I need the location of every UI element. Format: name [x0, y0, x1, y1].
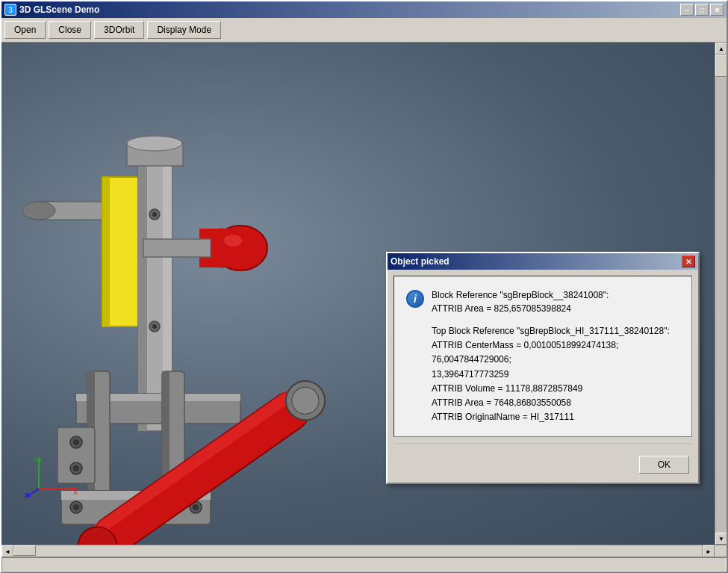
coordinate-axes: X Y Z — [24, 455, 84, 500]
scroll-up-button[interactable]: ▲ — [715, 43, 727, 55]
maximize-button[interactable]: □ — [695, 4, 709, 16]
svg-rect-7 — [138, 147, 147, 431]
toolbar: Open Close 3DOrbit Display Mode — [1, 18, 727, 43]
block-ref-line2: ATTRIB Area = 825,657085398824 — [432, 302, 609, 315]
block-ref-line1: Block Reference "sgBrepBlock__38241008": — [432, 288, 609, 302]
status-panel — [1, 557, 727, 572]
dialog-details: Top Block Reference "sgBrepBlock_HI_3171… — [432, 324, 679, 424]
main-window: 3 3D GLScene Demo ─ □ ✕ Open Close 3DOrb… — [0, 0, 728, 573]
svg-point-42 — [152, 324, 157, 329]
scrollbar-bottom[interactable] — [13, 545, 703, 557]
scroll-down-button[interactable]: ▼ — [715, 533, 727, 545]
svg-text:X: X — [73, 489, 78, 496]
top-block-line2: ATTRIB CenterMass = 0,00100518992474138;… — [432, 338, 679, 367]
scrollbar-corner — [715, 545, 727, 557]
viewport[interactable]: X Y Z Object picked ✕ i B — [1, 43, 715, 545]
svg-point-2 — [22, 202, 55, 220]
svg-rect-21 — [162, 371, 169, 483]
title-bar: 3 3D GLScene Demo ─ □ ✕ — [1, 1, 727, 18]
dialog-title: Object picked — [391, 256, 682, 267]
svg-rect-4 — [102, 177, 110, 326]
scrollbar-right[interactable]: ▲ ▼ — [715, 43, 727, 545]
svg-point-26 — [73, 504, 79, 510]
scroll-right-button[interactable]: ► — [703, 545, 715, 557]
app-icon: 3 — [4, 4, 16, 16]
dialog-close-button[interactable]: ✕ — [682, 255, 695, 267]
dialog-info-text: Block Reference "sgBrepBlock__38241008":… — [432, 288, 609, 315]
svg-point-30 — [73, 439, 79, 445]
dialog-titlebar: Object picked ✕ — [388, 253, 698, 270]
svg-point-27 — [193, 504, 199, 510]
title-bar-buttons: ─ □ ✕ — [680, 4, 724, 16]
svg-text:Y: Y — [33, 455, 37, 462]
object-picked-dialog[interactable]: Object picked ✕ i Block Reference "sgBre… — [386, 252, 700, 484]
scrollbar-thumb-bottom[interactable] — [13, 545, 36, 556]
minimize-button[interactable]: ─ — [680, 4, 694, 16]
window-close-button[interactable]: ✕ — [710, 4, 724, 16]
top-block-line5: ATTRIB Area = 7648,86803550058 — [432, 396, 679, 410]
main-content: X Y Z Object picked ✕ i B — [1, 43, 727, 545]
ok-button[interactable]: OK — [639, 456, 689, 474]
scrollbar-thumb-right[interactable] — [715, 55, 727, 77]
svg-rect-15 — [143, 239, 211, 257]
top-block-line3: 13,3964717773259 — [432, 368, 679, 382]
open-button[interactable]: Open — [4, 21, 46, 39]
svg-text:Z: Z — [24, 492, 28, 499]
bottom-scrollbar-area: ◄ ► — [1, 545, 727, 557]
display-mode-button[interactable]: Display Mode — [147, 21, 221, 39]
dialog-info-row: i Block Reference "sgBrepBlock__38241008… — [406, 288, 679, 315]
top-block-line4: ATTRIB Volume = 11178,8872857849 — [432, 382, 679, 396]
window-title: 3D GLScene Demo — [19, 4, 680, 15]
dialog-body: i Block Reference "sgBrepBlock__38241008… — [393, 276, 692, 437]
svg-point-14 — [224, 235, 242, 247]
scrollbar-track-right — [715, 55, 727, 533]
svg-point-40 — [152, 212, 157, 217]
scroll-left-button[interactable]: ◄ — [1, 545, 13, 557]
close-button[interactable]: Close — [49, 21, 91, 39]
top-block-line6: ATTRIB OriginalName = HI_317111 — [432, 410, 679, 424]
info-icon: i — [406, 290, 424, 308]
3dorbit-button[interactable]: 3DOrbit — [94, 21, 144, 39]
dialog-footer: OK — [388, 450, 698, 483]
dialog-separator — [393, 443, 692, 444]
top-block-line1: Top Block Reference "sgBrepBlock_HI_3171… — [432, 324, 679, 338]
status-bar — [1, 557, 727, 572]
svg-point-10 — [127, 136, 182, 151]
